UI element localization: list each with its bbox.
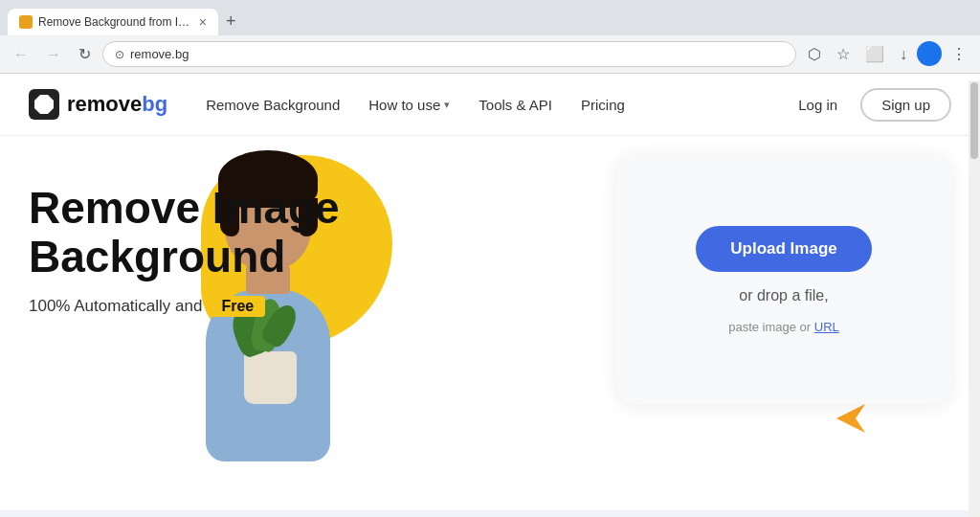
address-security-icon: ⊙ xyxy=(115,48,124,61)
nav-links: Remove Background How to use ▾ Tools & A… xyxy=(206,97,787,113)
scrollbar-thumb[interactable] xyxy=(970,82,978,159)
menu-button[interactable]: ⋮ xyxy=(946,41,972,67)
extensions-button[interactable]: ⬜ xyxy=(859,41,890,67)
cast-button[interactable]: ⬡ xyxy=(802,41,827,67)
back-button[interactable]: ← xyxy=(8,42,34,67)
address-url: remove.bg xyxy=(130,47,784,61)
browser-toolbar: ← → ↻ ⊙ remove.bg ⬡ ☆ ⬜ ↓ ⋮ xyxy=(0,35,980,74)
site-nav: removebg Remove Background How to use ▾ … xyxy=(0,74,980,136)
hero-text: Remove Image Background 100% Automatical… xyxy=(29,155,951,509)
nav-pricing[interactable]: Pricing xyxy=(581,97,625,113)
nav-how-to-use[interactable]: How to use ▾ xyxy=(368,97,450,113)
address-bar[interactable]: ⊙ remove.bg xyxy=(102,41,796,67)
bookmark-button[interactable]: ☆ xyxy=(831,41,856,67)
download-button[interactable]: ↓ xyxy=(894,41,913,67)
browser-scrollbar[interactable] xyxy=(969,80,980,517)
browser-tab[interactable]: Remove Background from Ima… × xyxy=(8,9,218,35)
new-tab-button[interactable]: + xyxy=(218,8,244,35)
profile-button[interactable] xyxy=(917,41,942,66)
tab-close-button[interactable]: × xyxy=(199,14,207,30)
free-badge: Free xyxy=(210,296,265,317)
toolbar-actions: ⬡ ☆ ⬜ ↓ ⋮ xyxy=(802,41,972,67)
tab-favicon xyxy=(19,15,33,29)
nav-actions: Log in Sign up xyxy=(787,88,951,122)
hero-subtext: 100% Automatically and Free xyxy=(29,296,951,317)
site-logo[interactable]: removebg xyxy=(29,89,167,120)
logo-icon xyxy=(29,89,59,120)
signup-button[interactable]: Sign up xyxy=(860,88,951,122)
hero-section: Remove Image Background 100% Automatical… xyxy=(0,136,980,509)
forward-button[interactable]: → xyxy=(40,42,67,67)
tab-title: Remove Background from Ima… xyxy=(38,15,193,29)
nav-tools-api[interactable]: Tools & API xyxy=(479,97,552,113)
login-button[interactable]: Log in xyxy=(787,91,849,119)
chevron-down-icon: ▾ xyxy=(444,99,450,111)
nav-remove-background[interactable]: Remove Background xyxy=(206,97,340,113)
reload-button[interactable]: ↻ xyxy=(73,41,97,67)
website-content: removebg Remove Background How to use ▾ … xyxy=(0,74,980,510)
logo-text: removebg xyxy=(67,92,167,117)
hero-heading: Remove Image Background xyxy=(29,184,951,281)
